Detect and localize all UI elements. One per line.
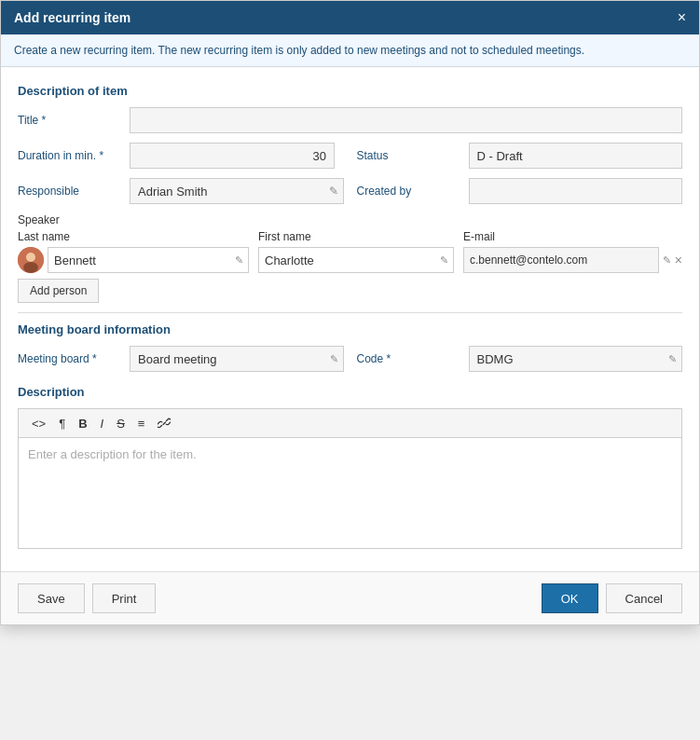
code-edit-icon[interactable]: ✎ (668, 353, 677, 365)
speaker-label: Speaker (18, 213, 682, 226)
meeting-board-left: Meeting board * ✎ (18, 346, 344, 372)
description-placeholder: Enter a description for the item. (28, 447, 197, 461)
dialog-header: Add recurring item × (1, 1, 699, 34)
toolbar-link-btn[interactable] (152, 413, 176, 433)
svg-point-2 (23, 262, 38, 273)
lastname-wrapper: ✎ (48, 247, 249, 273)
status-input[interactable] (469, 143, 683, 169)
speaker-email-cell: ✎ × (454, 247, 682, 273)
dialog-body: Description of item Title * Duration in … (1, 67, 699, 571)
editor-toolbar: <> ¶ B I S ≡ (18, 408, 682, 437)
close-button[interactable]: × (678, 10, 686, 25)
lastname-edit-icon[interactable]: ✎ (235, 254, 243, 267)
last-name-header: Last name (18, 230, 249, 243)
toolbar-italic-btn[interactable]: I (95, 413, 110, 433)
title-row: Title * (18, 107, 682, 133)
duration-col: Duration in min. * (18, 143, 344, 169)
info-text: Create a new recurring item. The new rec… (14, 44, 584, 57)
speaker-lastname-input[interactable] (48, 247, 249, 273)
created-by-input[interactable] (469, 178, 683, 204)
toolbar-strikethrough-btn[interactable]: S (111, 413, 130, 433)
code-input[interactable] (469, 346, 683, 372)
meeting-board-row: Meeting board * ✎ Code * ✎ (18, 346, 682, 372)
speaker-section: Speaker Last name First name E-mail (18, 213, 682, 303)
responsible-label: Responsible (18, 185, 130, 198)
responsible-col: Responsible ✎ (18, 178, 344, 204)
duration-status-row: Duration in min. * Status (18, 143, 682, 169)
title-label: Title * (18, 114, 130, 127)
code-label: Code * (357, 352, 469, 365)
responsible-input[interactable] (130, 178, 344, 204)
speaker-row: ✎ ✎ ✎ × (18, 247, 682, 273)
footer-left: Save Print (18, 583, 156, 613)
description-title: Description (18, 385, 682, 399)
speaker-lastname-cell: ✎ (18, 247, 249, 273)
toolbar-list-btn[interactable]: ≡ (132, 413, 151, 433)
created-by-label: Created by (357, 185, 469, 198)
duration-label: Duration in min. * (18, 149, 130, 162)
first-name-header: First name (249, 230, 454, 243)
dialog-info: Create a new recurring item. The new rec… (1, 34, 699, 67)
speaker-firstname-cell: ✎ (249, 247, 454, 273)
speaker-remove-icon[interactable]: × (675, 253, 682, 267)
speaker-firstname-input[interactable] (258, 247, 454, 273)
firstname-wrapper: ✎ (258, 247, 454, 273)
meeting-board-label: Meeting board * (18, 352, 130, 365)
duration-input[interactable] (130, 143, 335, 169)
responsible-edit-icon[interactable]: ✎ (329, 185, 338, 198)
responsible-wrapper: ✎ (130, 178, 344, 204)
email-header: E-mail (454, 230, 682, 243)
title-input[interactable] (130, 107, 682, 133)
dialog-title: Add recurring item (14, 10, 130, 25)
divider (18, 312, 682, 313)
footer-right: OK Cancel (542, 583, 682, 613)
add-person-button[interactable]: Add person (18, 279, 99, 303)
created-by-col: Created by (344, 178, 683, 204)
description-editor[interactable]: Enter a description for the item. (18, 437, 682, 549)
dialog-footer: Save Print OK Cancel (1, 571, 699, 624)
board-input-wrapper: ✎ (130, 346, 344, 372)
svg-point-1 (26, 253, 35, 262)
toolbar-code-btn[interactable]: <> (26, 413, 51, 433)
email-edit-icon[interactable]: ✎ (663, 254, 671, 267)
meeting-board-right: Code * ✎ (344, 346, 683, 372)
firstname-edit-icon[interactable]: ✎ (440, 254, 448, 267)
section-description-title: Description of item (18, 84, 682, 98)
print-button[interactable]: Print (92, 583, 157, 613)
speaker-column-headers: Last name First name E-mail (18, 230, 682, 243)
responsible-createby-row: Responsible ✎ Created by (18, 178, 682, 204)
speaker-email-input[interactable] (463, 247, 659, 273)
code-input-wrapper: ✎ (469, 346, 683, 372)
status-label: Status (357, 149, 469, 162)
status-col: Status (344, 143, 683, 169)
description-section: Description <> ¶ B I S ≡ Enter a descrip… (18, 385, 682, 549)
avatar (18, 247, 44, 273)
toolbar-bold-btn[interactable]: B (73, 413, 92, 433)
meeting-board-title: Meeting board information (18, 322, 682, 336)
meeting-board-section: Meeting board information Meeting board … (18, 322, 682, 372)
cancel-button[interactable]: Cancel (606, 583, 682, 613)
board-edit-icon[interactable]: ✎ (330, 353, 338, 365)
toolbar-paragraph-btn[interactable]: ¶ (53, 413, 71, 433)
meeting-board-input[interactable] (130, 346, 344, 372)
dialog: Add recurring item × Create a new recurr… (0, 0, 700, 625)
save-button[interactable]: Save (18, 583, 85, 613)
ok-button[interactable]: OK (542, 583, 598, 613)
